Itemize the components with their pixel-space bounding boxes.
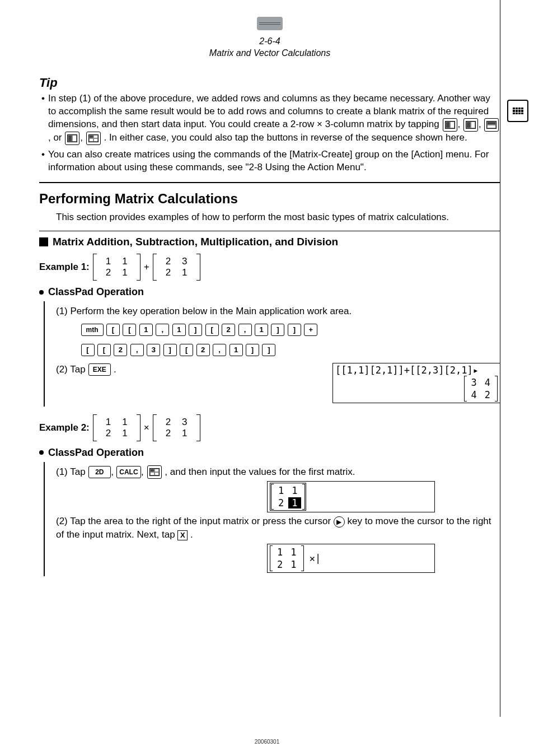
cursor-glyph: ✕| bbox=[310, 553, 321, 564]
footer-date: 20060301 bbox=[0, 739, 534, 745]
step-2-1b: , and then input the values for the firs… bbox=[165, 466, 355, 477]
header-page-ref: 2-6-4 bbox=[259, 36, 280, 46]
step-1-2: (2) Tap EXE . bbox=[56, 363, 116, 376]
key-mth[interactable]: mth bbox=[81, 324, 104, 336]
key[interactable]: ] bbox=[163, 344, 177, 356]
example-1: Example 1: 1121 + 2321 bbox=[39, 254, 500, 281]
step-1-2b: . bbox=[114, 364, 116, 375]
key-2d[interactable]: 2D bbox=[88, 466, 111, 478]
key-sequence-row-2: [ [ 2 , 3 ] [ 2 , 1 ] ] bbox=[81, 340, 500, 358]
dot-bullet-icon bbox=[39, 290, 44, 295]
matrix-template-icon-2[interactable] bbox=[463, 118, 478, 132]
classpad-op-2-label: ClassPad Operation bbox=[48, 447, 144, 459]
key[interactable]: , bbox=[213, 344, 226, 356]
step-1-1: (1) Perform the key operation below in t… bbox=[56, 305, 500, 318]
section-title: Performing Matrix Calculations bbox=[39, 191, 500, 207]
key[interactable]: [ bbox=[180, 344, 193, 356]
screen-result-matrix: 3442 bbox=[464, 376, 498, 402]
result-screen-2a: 1121 bbox=[267, 481, 435, 512]
tip-bullet-1: • In step (1) of the above procedure, we… bbox=[41, 92, 500, 145]
example-2-label: Example 2: bbox=[39, 422, 90, 433]
key[interactable]: ] bbox=[271, 324, 284, 336]
step-2-2a: (2) Tap the area to the right of the inp… bbox=[56, 516, 334, 526]
key-exe[interactable]: EXE bbox=[88, 363, 111, 376]
key[interactable]: [ bbox=[106, 324, 120, 336]
dot-bullet-icon bbox=[39, 450, 44, 455]
key[interactable]: 1 bbox=[139, 324, 153, 336]
header-badge-icon bbox=[257, 17, 283, 30]
classpad-op-1-label: ClassPad Operation bbox=[48, 286, 144, 298]
key[interactable]: , bbox=[156, 324, 169, 336]
square-bullet-icon bbox=[39, 237, 48, 246]
tip-heading: Tip bbox=[39, 76, 500, 90]
key[interactable]: , bbox=[130, 344, 144, 356]
matrix-template-icon-6[interactable] bbox=[147, 465, 162, 479]
key-sequence-row-1: mth [ [ 1 , 1 ] [ 2 , 1 ] ] + bbox=[81, 320, 500, 338]
key[interactable]: ] bbox=[246, 344, 259, 356]
tip2-text: You can also create matrices using the c… bbox=[48, 148, 500, 174]
classpad-op-1-title: ClassPad Operation bbox=[39, 286, 500, 298]
matrix-template-icon-5[interactable] bbox=[86, 132, 101, 145]
example-2-matrix-a: 1121 bbox=[93, 414, 140, 441]
matrix-template-icon-4[interactable] bbox=[65, 132, 79, 145]
key[interactable]: [ bbox=[81, 344, 95, 356]
tip-bullet-2: • You can also create matrices using the… bbox=[41, 148, 500, 174]
result-screen-1: [[1,1][2,1]]+[[2,3][2,1]▸ 3442 bbox=[332, 363, 500, 403]
step-1-2a: (2) Tap bbox=[56, 364, 88, 375]
divider-1 bbox=[39, 182, 500, 183]
example-1-label: Example 1: bbox=[39, 262, 90, 273]
key[interactable]: 1 bbox=[255, 324, 268, 336]
key[interactable]: ] bbox=[288, 324, 301, 336]
key[interactable]: , bbox=[238, 324, 252, 336]
example-2: Example 2: 1121 × 2321 bbox=[39, 414, 500, 441]
tip1-text-c: . In either case, you could also tap the… bbox=[104, 133, 467, 143]
step-2-2c: . bbox=[190, 529, 193, 540]
example-1-matrix-b: 2321 bbox=[153, 254, 200, 281]
cursor-right-icon[interactable]: ▶ bbox=[334, 516, 345, 528]
key[interactable]: [ bbox=[97, 344, 111, 356]
classpad-op-2-title: ClassPad Operation bbox=[39, 447, 500, 459]
steps-block-2: (1) Tap 2D, CALC, , and then input the v… bbox=[44, 462, 500, 576]
subsection-heading: Matrix Addition, Subtraction, Multiplica… bbox=[39, 236, 500, 248]
multiply-key-icon[interactable]: X bbox=[177, 530, 188, 540]
matrix-template-icon-3[interactable] bbox=[484, 118, 499, 132]
header-title: Matrix and Vector Calculations bbox=[209, 48, 330, 58]
key[interactable]: + bbox=[304, 324, 317, 336]
steps-block-1: (1) Perform the key operation below in t… bbox=[44, 301, 500, 407]
key[interactable]: 2 bbox=[222, 324, 235, 336]
result-screen-2b: 1121 ✕| bbox=[267, 544, 435, 573]
key[interactable]: ] bbox=[262, 344, 275, 356]
key[interactable]: 2 bbox=[196, 344, 210, 356]
key[interactable]: 1 bbox=[229, 344, 243, 356]
tip1-text-a: In step (1) of the above procedure, we a… bbox=[48, 93, 490, 129]
subsection-title: Matrix Addition, Subtraction, Multiplica… bbox=[53, 236, 338, 248]
step-2-1: (1) Tap 2D, CALC, , and then input the v… bbox=[56, 465, 500, 479]
tip1-text-b: , or bbox=[48, 133, 64, 143]
step-2-2: (2) Tap the area to the right of the inp… bbox=[56, 515, 500, 542]
example-1-matrix-a: 1121 bbox=[93, 254, 140, 281]
key[interactable]: 2 bbox=[114, 344, 127, 356]
key[interactable]: 1 bbox=[172, 324, 186, 336]
key[interactable]: [ bbox=[123, 324, 136, 336]
step-2-1a: (1) Tap bbox=[56, 466, 88, 477]
matrix-template-icon-1[interactable] bbox=[443, 118, 457, 132]
example-1-op: + bbox=[144, 262, 149, 273]
key[interactable]: ] bbox=[189, 324, 202, 336]
key-calc[interactable]: CALC bbox=[116, 466, 140, 478]
key[interactable]: [ bbox=[205, 324, 219, 336]
divider-2 bbox=[39, 231, 500, 231]
example-2-matrix-b: 2321 bbox=[153, 414, 200, 441]
screen-input-line: [[1,1][2,1]]+[[2,3][2,1]▸ bbox=[335, 365, 498, 376]
key[interactable]: 3 bbox=[147, 344, 160, 356]
page-header: 2-6-4 Matrix and Vector Calculations bbox=[39, 17, 500, 59]
example-2-op: × bbox=[144, 422, 149, 433]
keypad-icon[interactable] bbox=[507, 100, 528, 122]
section-intro: This section provides examples of how to… bbox=[56, 211, 500, 224]
